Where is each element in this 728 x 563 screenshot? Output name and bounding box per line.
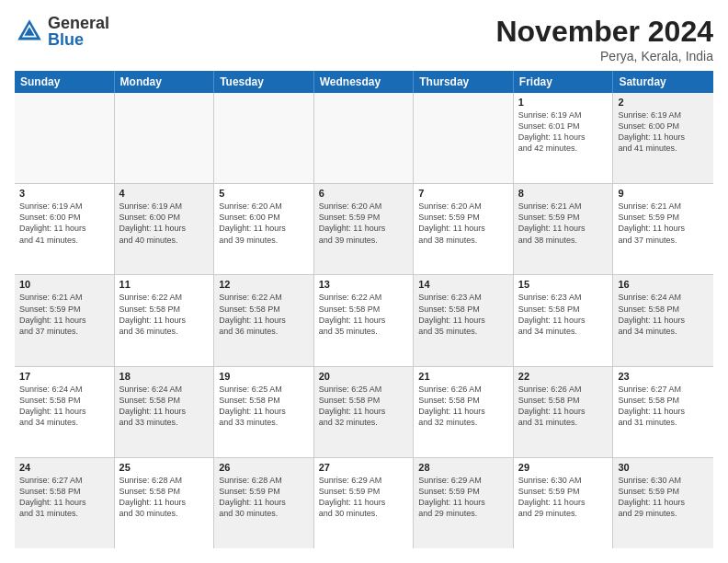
calendar-header: SundayMondayTuesdayWednesdayThursdayFrid…: [15, 71, 713, 93]
day-number: 19: [219, 371, 309, 382]
day-number: 29: [518, 462, 609, 473]
day-info: Sunrise: 6:19 AM Sunset: 6:00 PM Dayligh…: [618, 109, 709, 155]
day-info: Sunrise: 6:21 AM Sunset: 5:59 PM Dayligh…: [618, 201, 709, 246]
logo: General Blue: [15, 15, 109, 48]
calendar-cell: 6Sunrise: 6:20 AM Sunset: 5:59 PM Daylig…: [314, 184, 415, 274]
header-cell-friday: Friday: [514, 71, 614, 93]
day-number: 4: [119, 188, 210, 199]
day-info: Sunrise: 6:22 AM Sunset: 5:58 PM Dayligh…: [119, 292, 210, 337]
day-info: Sunrise: 6:27 AM Sunset: 5:58 PM Dayligh…: [618, 384, 709, 429]
month-title: November 2024: [495, 15, 713, 49]
day-info: Sunrise: 6:23 AM Sunset: 5:58 PM Dayligh…: [418, 292, 508, 337]
day-number: 21: [418, 371, 508, 382]
calendar-cell: 7Sunrise: 6:20 AM Sunset: 5:59 PM Daylig…: [414, 184, 514, 274]
day-number: 2: [618, 97, 709, 108]
calendar-cell: 13Sunrise: 6:22 AM Sunset: 5:58 PM Dayli…: [314, 275, 415, 365]
calendar-cell: 4Sunrise: 6:19 AM Sunset: 6:00 PM Daylig…: [115, 184, 215, 274]
day-info: Sunrise: 6:28 AM Sunset: 5:59 PM Dayligh…: [219, 475, 309, 520]
calendar-cell: 3Sunrise: 6:19 AM Sunset: 6:00 PM Daylig…: [15, 184, 115, 274]
logo-general-label: General: [48, 15, 109, 31]
day-info: Sunrise: 6:24 AM Sunset: 5:58 PM Dayligh…: [618, 292, 709, 337]
day-number: 13: [319, 279, 409, 290]
header-cell-tuesday: Tuesday: [214, 71, 314, 93]
day-info: Sunrise: 6:29 AM Sunset: 5:59 PM Dayligh…: [319, 475, 409, 520]
calendar-cell: 11Sunrise: 6:22 AM Sunset: 5:58 PM Dayli…: [115, 275, 215, 365]
day-info: Sunrise: 6:20 AM Sunset: 5:59 PM Dayligh…: [319, 201, 409, 246]
calendar-cell: [314, 93, 415, 183]
calendar-cell: 5Sunrise: 6:20 AM Sunset: 6:00 PM Daylig…: [214, 184, 314, 274]
day-number: 22: [518, 371, 609, 382]
day-number: 18: [119, 371, 210, 382]
calendar-cell: 21Sunrise: 6:26 AM Sunset: 5:58 PM Dayli…: [414, 367, 514, 457]
day-number: 16: [618, 279, 709, 290]
calendar-cell: [15, 93, 115, 183]
day-info: Sunrise: 6:19 AM Sunset: 6:00 PM Dayligh…: [119, 201, 210, 246]
calendar-cell: 23Sunrise: 6:27 AM Sunset: 5:58 PM Dayli…: [613, 367, 713, 457]
day-number: 8: [518, 188, 609, 199]
calendar-cell: 9Sunrise: 6:21 AM Sunset: 5:59 PM Daylig…: [613, 184, 713, 274]
day-number: 23: [618, 371, 709, 382]
day-number: 1: [518, 97, 609, 108]
calendar-cell: 30Sunrise: 6:30 AM Sunset: 5:59 PM Dayli…: [613, 458, 713, 548]
day-info: Sunrise: 6:24 AM Sunset: 5:58 PM Dayligh…: [119, 384, 210, 429]
page: General Blue November 2024 Perya, Kerala…: [0, 0, 728, 563]
day-info: Sunrise: 6:21 AM Sunset: 5:59 PM Dayligh…: [518, 201, 609, 246]
calendar-cell: 14Sunrise: 6:23 AM Sunset: 5:58 PM Dayli…: [414, 275, 514, 365]
calendar-cell: 27Sunrise: 6:29 AM Sunset: 5:59 PM Dayli…: [314, 458, 415, 548]
calendar-cell: 2Sunrise: 6:19 AM Sunset: 6:00 PM Daylig…: [613, 93, 713, 183]
calendar-cell: 15Sunrise: 6:23 AM Sunset: 5:58 PM Dayli…: [514, 275, 614, 365]
day-number: 6: [319, 188, 409, 199]
calendar-cell: 26Sunrise: 6:28 AM Sunset: 5:59 PM Dayli…: [214, 458, 314, 548]
calendar-row-3: 17Sunrise: 6:24 AM Sunset: 5:58 PM Dayli…: [15, 367, 713, 458]
header-cell-wednesday: Wednesday: [314, 71, 415, 93]
calendar-cell: [414, 93, 514, 183]
header-cell-saturday: Saturday: [613, 71, 713, 93]
day-info: Sunrise: 6:26 AM Sunset: 5:58 PM Dayligh…: [418, 384, 508, 429]
day-info: Sunrise: 6:29 AM Sunset: 5:59 PM Dayligh…: [418, 475, 508, 520]
calendar-cell: 18Sunrise: 6:24 AM Sunset: 5:58 PM Dayli…: [115, 367, 215, 457]
day-info: Sunrise: 6:20 AM Sunset: 5:59 PM Dayligh…: [418, 201, 508, 246]
day-number: 20: [319, 371, 409, 382]
day-info: Sunrise: 6:26 AM Sunset: 5:58 PM Dayligh…: [518, 384, 609, 429]
day-info: Sunrise: 6:22 AM Sunset: 5:58 PM Dayligh…: [319, 292, 409, 337]
location: Perya, Kerala, India: [495, 49, 713, 63]
day-info: Sunrise: 6:27 AM Sunset: 5:58 PM Dayligh…: [19, 475, 109, 520]
calendar-cell: [214, 93, 314, 183]
logo-icon: [15, 17, 44, 46]
calendar-cell: 16Sunrise: 6:24 AM Sunset: 5:58 PM Dayli…: [613, 275, 713, 365]
calendar-body: 1Sunrise: 6:19 AM Sunset: 6:01 PM Daylig…: [15, 93, 713, 548]
calendar-cell: 17Sunrise: 6:24 AM Sunset: 5:58 PM Dayli…: [15, 367, 115, 457]
calendar-cell: 25Sunrise: 6:28 AM Sunset: 5:58 PM Dayli…: [115, 458, 215, 548]
calendar-row-0: 1Sunrise: 6:19 AM Sunset: 6:01 PM Daylig…: [15, 93, 713, 184]
day-number: 9: [618, 188, 709, 199]
header-cell-monday: Monday: [115, 71, 215, 93]
day-number: 15: [518, 279, 609, 290]
calendar-cell: 29Sunrise: 6:30 AM Sunset: 5:59 PM Dayli…: [514, 458, 614, 548]
calendar-row-1: 3Sunrise: 6:19 AM Sunset: 6:00 PM Daylig…: [15, 184, 713, 275]
calendar-cell: 24Sunrise: 6:27 AM Sunset: 5:58 PM Dayli…: [15, 458, 115, 548]
day-number: 11: [119, 279, 210, 290]
day-info: Sunrise: 6:19 AM Sunset: 6:00 PM Dayligh…: [19, 201, 109, 246]
calendar-cell: [115, 93, 215, 183]
day-number: 10: [19, 279, 109, 290]
calendar-row-4: 24Sunrise: 6:27 AM Sunset: 5:58 PM Dayli…: [15, 458, 713, 548]
calendar-cell: 19Sunrise: 6:25 AM Sunset: 5:58 PM Dayli…: [214, 367, 314, 457]
day-number: 7: [418, 188, 508, 199]
day-info: Sunrise: 6:30 AM Sunset: 5:59 PM Dayligh…: [618, 475, 709, 520]
calendar-cell: 12Sunrise: 6:22 AM Sunset: 5:58 PM Dayli…: [214, 275, 314, 365]
calendar-cell: 28Sunrise: 6:29 AM Sunset: 5:59 PM Dayli…: [414, 458, 514, 548]
calendar-cell: 8Sunrise: 6:21 AM Sunset: 5:59 PM Daylig…: [514, 184, 614, 274]
title-block: November 2024 Perya, Kerala, India: [495, 15, 713, 63]
day-number: 3: [19, 188, 109, 199]
calendar-cell: 10Sunrise: 6:21 AM Sunset: 5:59 PM Dayli…: [15, 275, 115, 365]
day-info: Sunrise: 6:21 AM Sunset: 5:59 PM Dayligh…: [19, 292, 109, 337]
day-info: Sunrise: 6:19 AM Sunset: 6:01 PM Dayligh…: [518, 109, 609, 155]
header-cell-thursday: Thursday: [414, 71, 514, 93]
calendar: SundayMondayTuesdayWednesdayThursdayFrid…: [15, 71, 713, 548]
header: General Blue November 2024 Perya, Kerala…: [15, 15, 713, 63]
day-info: Sunrise: 6:30 AM Sunset: 5:59 PM Dayligh…: [518, 475, 609, 520]
day-number: 30: [618, 462, 709, 473]
day-number: 5: [219, 188, 309, 199]
day-number: 27: [319, 462, 409, 473]
day-info: Sunrise: 6:25 AM Sunset: 5:58 PM Dayligh…: [219, 384, 309, 429]
